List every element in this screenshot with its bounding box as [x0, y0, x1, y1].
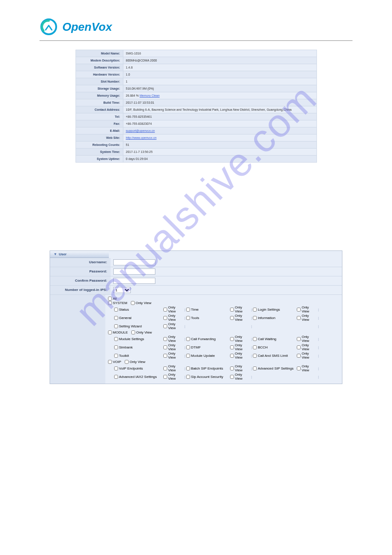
perm-item-onlyview-checkbox[interactable]	[297, 366, 301, 370]
table-row: Tel:+86-755-82535461	[76, 113, 316, 120]
perm-item-onlyview-checkbox[interactable]	[230, 337, 234, 341]
perm-item-onlyview-checkbox[interactable]	[230, 354, 234, 358]
info-label: Build Time:	[76, 99, 123, 106]
perm-item-checkbox[interactable]	[114, 366, 118, 370]
perm-item-onlyview-checkbox[interactable]	[297, 345, 301, 349]
perm-item-onlyview-checkbox[interactable]	[230, 366, 234, 370]
perm-item-onlyview-checkbox-label: Only View	[168, 335, 182, 343]
perm-group-system-onlyview-checkbox[interactable]	[131, 301, 135, 305]
table-row: Hardware Version:1.0	[76, 71, 316, 78]
perm-item-checkbox[interactable]	[253, 308, 257, 312]
perm-item-checkbox-label: Sip Account Security	[191, 375, 223, 379]
info-label: Hardware Version:	[76, 71, 123, 78]
perm-item-checkbox-label: Advanced IAX2 Settings	[119, 375, 157, 379]
perm-item-checkbox-label: Call Forwarding	[191, 337, 216, 341]
perm-group-module-checkbox-label: MODULE	[113, 330, 128, 334]
perm-all-checkbox[interactable]	[108, 297, 112, 301]
perm-item-onlyview-checkbox-label: Only View	[235, 364, 248, 372]
info-link[interactable]: http://www.openvox.cn	[126, 136, 157, 139]
perm-item-checkbox[interactable]	[186, 345, 190, 349]
perm-item-checkbox[interactable]	[253, 337, 257, 341]
info-value: http://www.openvox.cn	[123, 134, 316, 141]
perm-group-voip-checkbox[interactable]	[108, 360, 112, 364]
perm-item-onlyview-checkbox[interactable]	[230, 308, 234, 312]
perm-item-onlyview-checkbox-label: Only View	[168, 314, 182, 322]
perm-item-onlyview-checkbox[interactable]	[163, 337, 167, 341]
system-info-table: Model Name:SWG-1016Modem Description:800…	[76, 50, 317, 163]
perm-group-system-checkbox[interactable]	[108, 301, 112, 305]
table-row: Storage Usage:516.0K/497.9M (0%)	[76, 85, 316, 92]
info-label: Modem Description:	[76, 57, 123, 64]
info-value: 516.0K/497.9M (0%)	[123, 85, 316, 92]
confirm-password-input[interactable]	[113, 278, 155, 284]
perm-item-onlyview-checkbox[interactable]	[163, 324, 167, 328]
perm-item-onlyview-checkbox[interactable]	[230, 316, 234, 320]
perm-item-onlyview-checkbox[interactable]	[297, 308, 301, 312]
ips-select[interactable]: 1	[113, 287, 131, 293]
username-input[interactable]	[113, 259, 155, 265]
perm-item-checkbox-label: Batch SIP Endpoints	[191, 366, 223, 370]
table-row: Model Name:SWG-1016	[76, 50, 316, 57]
perm-item-checkbox[interactable]	[114, 375, 118, 379]
perm-item-onlyview-checkbox-label: Only View	[235, 335, 248, 343]
perm-item-onlyview-checkbox-label: Only View	[168, 322, 182, 330]
perm-item-onlyview-checkbox[interactable]	[163, 316, 167, 320]
info-value: support@openvox.cn	[123, 127, 316, 134]
info-value: 800MHz@CDMA 2000	[123, 57, 316, 64]
info-label: Memory Usage:	[76, 92, 123, 99]
info-label: Software Version:	[76, 64, 123, 71]
perm-group-voip-onlyview-checkbox[interactable]	[125, 360, 129, 364]
perm-item-checkbox[interactable]	[253, 345, 257, 349]
perm-item-checkbox-label: Time	[191, 308, 198, 312]
perm-item-checkbox-label: Module Settings	[119, 337, 144, 341]
info-value: +86-755-82535461	[123, 113, 316, 120]
logo-text: OpenVox	[62, 20, 112, 34]
perm-item-checkbox[interactable]	[186, 308, 190, 312]
perm-item-checkbox-label: Toolkit	[119, 354, 129, 358]
perm-item-checkbox[interactable]	[114, 308, 118, 312]
perm-item-onlyview-checkbox[interactable]	[230, 345, 234, 349]
info-link[interactable]: support@openvox.cn	[126, 129, 155, 132]
table-row: Web Site:http://www.openvox.cn	[76, 134, 316, 141]
perm-group-module-onlyview-checkbox-label: Only View	[136, 330, 152, 334]
perm-item-checkbox[interactable]	[253, 354, 257, 358]
perm-item-checkbox[interactable]	[186, 366, 190, 370]
perm-item-checkbox-label: VoIP Endpoints	[119, 366, 143, 370]
perm-item-checkbox-label: Status	[119, 308, 129, 312]
password-input[interactable]	[113, 268, 155, 275]
perm-item-onlyview-checkbox-label: Only View	[168, 305, 182, 313]
perm-item-onlyview-checkbox[interactable]	[163, 366, 167, 370]
perm-item-onlyview-checkbox[interactable]	[230, 375, 234, 379]
perm-item-checkbox[interactable]	[253, 366, 257, 370]
perm-item-checkbox-label: General	[119, 316, 131, 320]
perm-item-onlyview-checkbox[interactable]	[163, 354, 167, 358]
perm-item-onlyview-checkbox[interactable]	[163, 345, 167, 349]
perm-item-checkbox[interactable]	[114, 354, 118, 358]
perm-item-onlyview-checkbox-label: Only View	[302, 343, 315, 351]
perm-item-checkbox[interactable]	[253, 316, 257, 320]
perm-item-checkbox[interactable]	[186, 354, 190, 358]
perm-item-checkbox[interactable]	[114, 316, 118, 320]
perm-item-checkbox-label: Advanced SIP Settings	[258, 366, 294, 370]
info-label: Fax:	[76, 120, 123, 127]
table-row: E-Mail:support@openvox.cn	[76, 127, 316, 134]
info-link[interactable]: Memory Clean	[140, 94, 160, 97]
perm-item-onlyview-checkbox[interactable]	[297, 337, 301, 341]
perm-item-checkbox[interactable]	[114, 337, 118, 341]
perm-item-checkbox[interactable]	[114, 324, 118, 328]
info-value: 0 days 01:29:04	[123, 156, 316, 163]
perm-item-onlyview-checkbox[interactable]	[163, 308, 167, 312]
perm-group-module-checkbox[interactable]	[108, 330, 112, 334]
info-label: E-Mail:	[76, 127, 123, 134]
perm-group-module-onlyview-checkbox[interactable]	[131, 330, 135, 334]
perm-item-checkbox[interactable]	[114, 345, 118, 349]
perm-item-checkbox[interactable]	[186, 316, 190, 320]
perm-item-checkbox[interactable]	[186, 375, 190, 379]
permissions-area: AllSYSTEMOnly ViewStatusOnly View|TimeOn…	[50, 295, 342, 384]
perm-item-onlyview-checkbox[interactable]	[297, 354, 301, 358]
table-row: Software Version:1.4.8	[76, 64, 316, 71]
perm-item-onlyview-checkbox[interactable]	[297, 316, 301, 320]
perm-item-onlyview-checkbox[interactable]	[163, 375, 167, 379]
perm-item-checkbox[interactable]	[186, 337, 190, 341]
perm-item-onlyview-checkbox-label: Only View	[168, 352, 182, 359]
